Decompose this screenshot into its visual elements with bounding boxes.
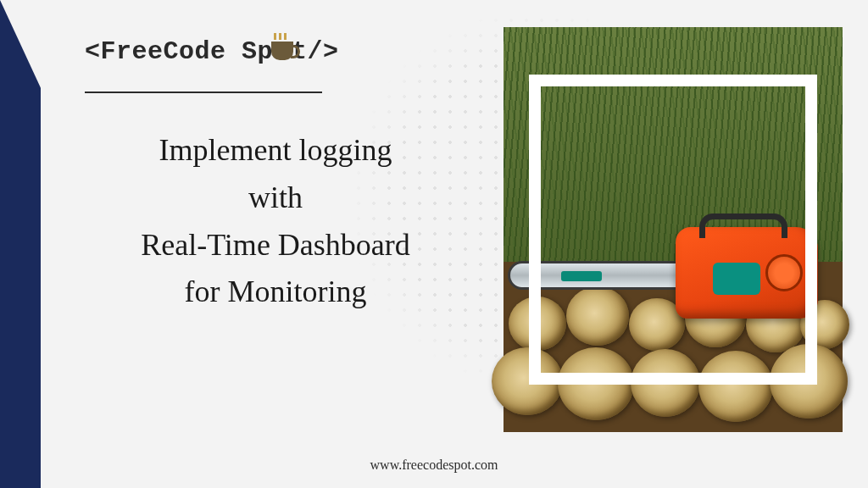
- logo-text-prefix: <FreeCode Sp: [85, 37, 273, 66]
- chainsaw-icon: [508, 220, 838, 322]
- log-icon: [492, 347, 563, 415]
- footer-url: www.freecodespot.com: [0, 458, 868, 473]
- log-icon: [698, 351, 773, 422]
- log-icon: [558, 347, 634, 420]
- banner-canvas: <FreeCode Spt/> Implement logging with R…: [0, 0, 868, 488]
- featured-image: [504, 27, 843, 432]
- log-icon: [631, 349, 700, 417]
- chainsaw-bar: [508, 261, 690, 290]
- chainsaw-pull-start: [765, 254, 803, 291]
- chainsaw-motor: [676, 227, 818, 319]
- headline-line-4: for Monitoring: [55, 269, 496, 316]
- headline-line-2: with: [55, 175, 496, 222]
- log-icon: [770, 344, 848, 419]
- headline-line-1: Implement logging: [55, 127, 496, 175]
- site-logo: <FreeCode Spt/>: [85, 37, 339, 66]
- headline-line-3: Real-Time Dashboard: [55, 222, 496, 269]
- header-divider: [85, 92, 322, 93]
- article-headline: Implement logging with Real-Time Dashboa…: [55, 127, 496, 316]
- coffee-mug-icon: [271, 42, 293, 60]
- navy-side-stripe: [0, 0, 41, 488]
